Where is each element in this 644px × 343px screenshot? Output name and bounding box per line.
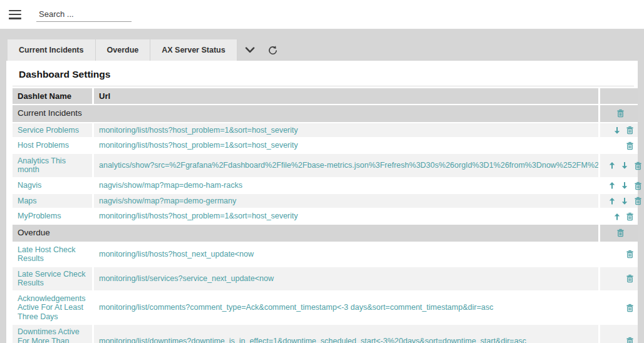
title-divider	[13, 86, 634, 86]
dashlet-url-link[interactable]: analytics/show?src=%2Fgrafana%2Fdashboar…	[94, 154, 600, 178]
delete-section-icon[interactable]	[616, 109, 625, 118]
section-title: Current Incidents	[13, 105, 600, 123]
section-row-overdue: Overdue	[13, 225, 638, 243]
table-row: Maps nagvis/show/map?map=demo-germany	[13, 194, 638, 210]
column-header-dashlet-name: Dashlet Name	[13, 88, 94, 105]
delete-dashlet-icon[interactable]	[626, 337, 634, 343]
dashlet-url-link[interactable]: monitoring/list/hosts?host_next_update<n…	[94, 243, 600, 267]
table-row: Host Problems monitoring/list/hosts?host…	[13, 138, 638, 154]
dashboard-tab-bar: Current Incidents Overdue AX Server Stat…	[8, 39, 644, 61]
section-title: Overdue	[13, 225, 600, 243]
dashboard-settings-panel: Dashboard Settings Dashlet Name Url Curr…	[6, 61, 638, 343]
dashlet-table: Dashlet Name Url Current Incidents Servi…	[13, 88, 638, 343]
table-row: Late Host Check Results monitoring/list/…	[13, 243, 638, 267]
move-down-icon[interactable]	[613, 126, 621, 135]
table-row: Service Problems monitoring/list/hosts?h…	[13, 123, 638, 139]
delete-dashlet-icon[interactable]	[634, 197, 642, 205]
dashlet-url-link[interactable]: monitoring/list/hosts?host_problem=1&sor…	[94, 138, 600, 154]
dashlet-name-link[interactable]: Late Host Check Results	[13, 243, 94, 267]
table-row: Acknowledgements Active For At Least Thr…	[13, 292, 638, 325]
menu-hamburger-icon[interactable]	[9, 10, 21, 19]
move-up-icon[interactable]	[608, 197, 616, 205]
move-up-icon[interactable]	[608, 182, 616, 190]
dashlet-url-link[interactable]: monitoring/list/comments?comment_type=Ac…	[94, 292, 600, 325]
delete-dashlet-icon[interactable]	[626, 141, 634, 150]
delete-dashlet-icon[interactable]	[626, 304, 634, 312]
tabs-expand-button[interactable]	[244, 46, 256, 54]
table-row: Downtimes Active For More Than Three Day…	[13, 325, 638, 343]
dashlet-name-link[interactable]: Nagvis	[13, 178, 94, 194]
dashlet-url-link[interactable]: monitoring/list/services?service_next_up…	[94, 267, 600, 292]
delete-section-icon[interactable]	[616, 228, 625, 237]
delete-dashlet-icon[interactable]	[626, 250, 634, 259]
dashlet-name-link[interactable]: Downtimes Active For More Than Three Day…	[13, 325, 94, 343]
move-up-icon[interactable]	[613, 213, 621, 221]
refresh-icon	[267, 45, 278, 56]
page-title: Dashboard Settings	[19, 69, 638, 80]
move-down-icon[interactable]	[621, 161, 628, 170]
dashlet-name-link[interactable]: Analytics This month	[13, 154, 94, 178]
dashlet-name-link[interactable]: Maps	[13, 194, 94, 210]
dashlet-url-link[interactable]: monitoring/list/hosts?host_problem=1&sor…	[94, 123, 600, 139]
column-header-url: Url	[94, 88, 600, 105]
delete-dashlet-icon[interactable]	[626, 274, 634, 283]
section-row-current-incidents: Current Incidents	[13, 105, 638, 123]
table-row: Analytics This month analytics/show?src=…	[13, 154, 638, 178]
dashlet-url-link[interactable]: monitoring/list/downtimes?downtime_is_in…	[94, 325, 600, 343]
dashlet-name-link[interactable]: MyProblems	[13, 209, 94, 225]
tab-current-incidents[interactable]: Current Incidents	[8, 39, 96, 61]
table-row: Nagvis nagvis/show/map?map=demo-ham-rack…	[13, 178, 638, 194]
delete-dashlet-icon[interactable]	[626, 212, 634, 221]
table-header-row: Dashlet Name Url	[13, 88, 638, 105]
dashlet-name-link[interactable]: Late Service Check Results	[13, 267, 94, 292]
search-field-wrap	[36, 8, 132, 22]
table-row: Late Service Check Results monitoring/li…	[13, 267, 638, 292]
table-row: MyProblems monitoring/list/hosts?host_pr…	[13, 209, 638, 225]
tab-ax-server-status[interactable]: AX Server Status	[150, 39, 237, 61]
search-input[interactable]	[36, 8, 132, 22]
dashlet-url-link[interactable]: monitoring/list/hosts?host_problem=1&sor…	[94, 209, 600, 225]
delete-dashlet-icon[interactable]	[634, 182, 642, 190]
delete-dashlet-icon[interactable]	[634, 161, 642, 170]
move-up-icon[interactable]	[608, 161, 616, 170]
tab-overdue[interactable]: Overdue	[96, 39, 151, 61]
dashlet-url-link[interactable]: nagvis/show/map?map=demo-ham-racks	[94, 178, 600, 194]
move-down-icon[interactable]	[621, 182, 628, 190]
move-down-icon[interactable]	[621, 197, 628, 205]
dashlet-name-link[interactable]: Host Problems	[13, 138, 94, 154]
dashlet-name-link[interactable]: Acknowledgements Active For At Least Thr…	[13, 292, 94, 325]
delete-dashlet-icon[interactable]	[626, 126, 634, 135]
chevron-down-icon	[245, 47, 255, 53]
column-header-actions	[600, 88, 638, 105]
dashlet-url-link[interactable]: nagvis/show/map?map=demo-germany	[94, 194, 600, 210]
top-bar	[0, 0, 644, 29]
refresh-button[interactable]	[266, 44, 279, 57]
dashlet-name-link[interactable]: Service Problems	[13, 123, 94, 139]
